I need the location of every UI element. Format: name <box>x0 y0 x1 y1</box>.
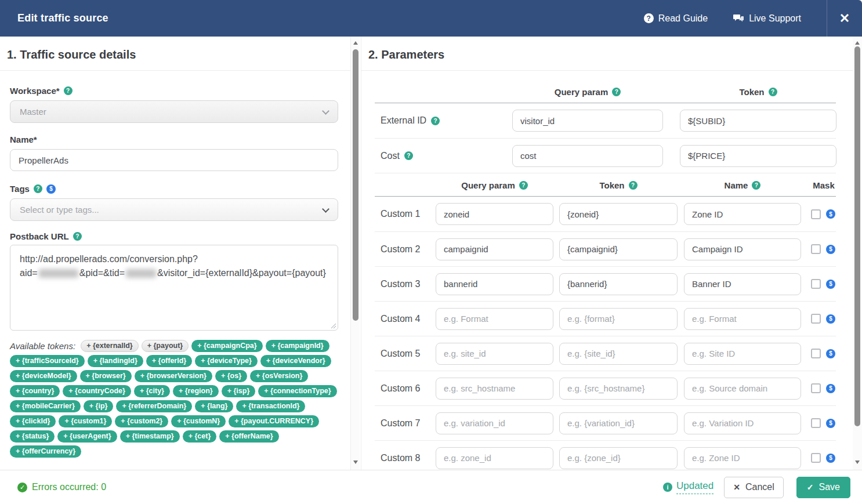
read-guide-link[interactable]: ? Read Guide <box>644 13 708 24</box>
token-chip[interactable]: + {lang} <box>195 400 233 412</box>
updated-indicator[interactable]: i Updated <box>663 480 713 494</box>
token-chip[interactable]: + {campaignCpa} <box>191 340 262 352</box>
token-chip[interactable]: + {clickId} <box>10 415 56 427</box>
token-chip[interactable]: + {osVersion} <box>250 370 308 382</box>
custom-token-input[interactable] <box>559 308 678 330</box>
token-chip[interactable]: + {offerId} <box>146 355 192 367</box>
dollar-badge-icon[interactable]: $ <box>826 314 835 324</box>
help-icon[interactable]: ? <box>431 117 440 125</box>
help-icon[interactable]: ? <box>629 181 638 190</box>
external-id-token-input[interactable] <box>680 110 836 132</box>
postback-url-textarea[interactable]: http://ad.propellerads.com/conversion.ph… <box>10 245 338 331</box>
token-chip[interactable]: + {browser} <box>80 370 132 382</box>
mask-checkbox[interactable] <box>811 349 821 358</box>
mask-checkbox[interactable] <box>811 244 821 254</box>
token-chip[interactable]: + {deviceType} <box>195 355 258 367</box>
help-icon[interactable]: ? <box>769 88 777 96</box>
token-chip[interactable]: + {trafficSourceId} <box>10 355 85 367</box>
token-chip[interactable]: + {campaignId} <box>266 340 329 352</box>
token-chip[interactable]: + {deviceVendor} <box>260 355 331 367</box>
custom-query-input[interactable] <box>436 238 553 260</box>
token-chip[interactable]: + {payout.CURRENCY} <box>229 415 319 427</box>
custom-name-input[interactable] <box>684 412 801 434</box>
token-chip[interactable]: + {referrerDomain} <box>116 400 192 412</box>
dollar-badge-icon[interactable]: $ <box>826 349 835 358</box>
custom-query-input[interactable] <box>436 203 553 225</box>
token-chip[interactable]: + {userAgent} <box>57 430 117 443</box>
token-chip[interactable]: + {customN} <box>171 415 226 427</box>
token-chip[interactable]: + {browserVersion} <box>135 370 212 382</box>
custom-name-input[interactable] <box>684 308 801 330</box>
dollar-badge-icon[interactable]: $ <box>826 245 835 254</box>
token-chip[interactable]: + {cet} <box>183 430 217 443</box>
custom-query-input[interactable] <box>436 378 553 400</box>
token-chip[interactable]: + {status} <box>10 430 55 443</box>
custom-query-input[interactable] <box>436 447 553 469</box>
help-icon[interactable]: ? <box>73 232 82 241</box>
token-chip[interactable]: + {countryCode} <box>63 385 131 397</box>
save-button[interactable]: ✓ Save <box>796 477 850 498</box>
token-chip[interactable]: + {mobileCarrier} <box>10 400 81 412</box>
scroll-up-arrow[interactable] <box>855 41 860 45</box>
custom-token-input[interactable] <box>559 238 678 260</box>
token-chip[interactable]: + {city} <box>134 385 170 397</box>
help-icon[interactable]: ? <box>404 151 413 160</box>
token-chip[interactable]: + {offerCurrency} <box>10 445 81 458</box>
scrollbar-thumb[interactable] <box>353 49 358 321</box>
token-chip[interactable]: + {country} <box>10 385 60 397</box>
custom-token-input[interactable] <box>559 343 678 365</box>
custom-query-input[interactable] <box>436 343 553 365</box>
cost-query-input[interactable] <box>512 145 663 167</box>
token-chip[interactable]: + {externalId} <box>81 340 139 352</box>
dollar-badge-icon[interactable]: $ <box>826 280 835 289</box>
live-support-link[interactable]: Live Support <box>733 13 801 24</box>
workspace-select[interactable]: Master <box>10 100 338 123</box>
scroll-up-arrow[interactable] <box>353 41 358 45</box>
cancel-button[interactable]: ✕ Cancel <box>724 477 784 498</box>
scrollbar-thumb[interactable] <box>854 46 860 426</box>
custom-name-input[interactable] <box>684 378 801 400</box>
help-icon[interactable]: ? <box>612 88 621 96</box>
token-chip[interactable]: + {timestamp} <box>120 430 180 443</box>
custom-name-input[interactable] <box>684 273 801 295</box>
name-input[interactable] <box>10 149 338 171</box>
close-icon[interactable]: ✕ <box>827 0 862 37</box>
dollar-badge-icon[interactable]: $ <box>46 184 56 194</box>
mask-checkbox[interactable] <box>811 383 821 393</box>
dollar-badge-icon[interactable]: $ <box>826 419 835 428</box>
custom-token-input[interactable] <box>559 378 678 400</box>
custom-query-input[interactable] <box>436 412 553 434</box>
tags-select[interactable]: Select or type tags... <box>10 198 338 221</box>
resize-handle[interactable] <box>330 322 336 328</box>
token-chip[interactable]: + {deviceModel} <box>10 370 77 382</box>
token-chip[interactable]: + {connectionType} <box>258 385 336 397</box>
custom-token-input[interactable] <box>559 447 678 469</box>
help-icon[interactable]: ? <box>752 181 760 190</box>
mask-checkbox[interactable] <box>811 453 821 463</box>
token-chip[interactable]: + {transactionId} <box>236 400 305 412</box>
token-chip[interactable]: + {landingId} <box>88 355 143 367</box>
dollar-badge-icon[interactable]: $ <box>826 454 835 463</box>
custom-name-input[interactable] <box>684 203 801 225</box>
scroll-down-arrow[interactable] <box>855 461 860 464</box>
help-icon[interactable]: ? <box>64 86 73 95</box>
token-chip[interactable]: + {region} <box>173 385 219 397</box>
token-chip[interactable]: + {isp} <box>222 385 256 397</box>
token-chip[interactable]: + {os} <box>215 370 247 382</box>
right-panel-scrollbar[interactable] <box>853 37 862 470</box>
custom-name-input[interactable] <box>684 447 801 469</box>
help-icon[interactable]: ? <box>34 184 42 193</box>
mask-checkbox[interactable] <box>811 418 821 428</box>
mask-checkbox[interactable] <box>811 279 821 289</box>
custom-name-input[interactable] <box>684 343 801 365</box>
token-chip[interactable]: + {ip} <box>84 400 114 412</box>
custom-name-input[interactable] <box>684 238 801 260</box>
scroll-down-arrow[interactable] <box>353 461 358 464</box>
dollar-badge-icon[interactable]: $ <box>826 384 835 393</box>
left-panel-scrollbar[interactable] <box>350 37 360 470</box>
custom-query-input[interactable] <box>436 273 553 295</box>
external-id-query-input[interactable] <box>512 110 663 132</box>
token-chip[interactable]: + {offerName} <box>219 430 278 443</box>
help-icon[interactable]: ? <box>519 181 528 190</box>
token-chip[interactable]: + {custom1} <box>59 415 112 427</box>
